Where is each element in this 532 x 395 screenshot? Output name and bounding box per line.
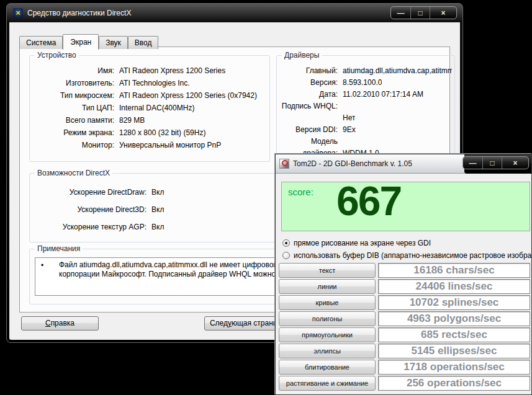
score-label: score: [288,187,313,197]
radio-label[interactable]: прямое рисование на экране через GDI [294,239,431,247]
field-value: atiumdag.dll,atiumdva.cap,atitmmxx. [343,66,452,75]
benchmark-table: текст 16186 chars/sec линии 24406 lines/… [279,263,530,391]
field-label: Ускорение Direct3D: [34,205,147,214]
field-value: Универсальный монитор PnP [119,141,221,149]
maximize-button[interactable]: □ [410,7,430,19]
tab-sound[interactable]: Звук [99,36,128,49]
field-value: 8.593.100.0 [343,78,382,87]
dxdiag-caption-buttons: — □ × [390,6,457,19]
bench-result-stretch: 256 operations/sec [378,376,530,391]
directx-icon: × [13,8,23,18]
driver-row: Версия: 8.593.100.0 [281,76,452,88]
radio-label[interactable]: использовать буфер DIB (аппаратно-незави… [294,251,532,260]
device-row: Монитор: Универсальный монитор PnP [34,139,267,151]
field-label: Всего памяти: [34,116,114,125]
tom2d-window: Tom2D - 2D GDI-Benchmark v. 1.05 — □ × s… [275,154,532,395]
field-label: Тип микросхем: [34,91,114,100]
bench-result-lines: 24406 lines/sec [378,279,530,294]
score-value: 667 [336,177,401,224]
score-panel: score: 667 [281,182,530,231]
device-row: Тип ЦАП: Internal DAC(400MHz) [34,102,267,114]
bench-button-stretch[interactable]: растягивание и сжимание [279,376,376,391]
field-label: Версия: [281,78,338,87]
field-label: Главный: [281,66,338,75]
field-value: 829 MB [119,116,145,125]
field-label: Монитор: [34,141,114,149]
radio-button-icon[interactable] [282,252,290,259]
device-row: Тип микросхем: ATI Radeon Xpress 1200 Se… [34,89,267,102]
field-value: 11.02.2010 07:17:14 AM [343,90,423,99]
maximize-button[interactable]: □ [482,157,502,169]
bullet-icon: • [41,261,43,270]
device-group-title: Устройство [35,51,79,60]
minimize-button[interactable]: — [463,157,482,169]
bench-result-polygons: 4963 polygons/sec [378,311,530,326]
field-label: Модель [281,137,338,146]
device-row: Всего памяти: 829 MB [34,114,267,126]
field-label: Версия DDI: [281,125,338,134]
field-value: Нет [343,113,355,122]
field-value: ATI Radeon Xpress 1200 Series (0x7942) [119,91,257,100]
field-value: Вкл [151,223,164,231]
bench-button-text[interactable]: текст [279,263,376,278]
drivers-groupbox: Драйверы Главный: atiumdag.dll,atiumdva.… [276,55,455,162]
dxdiag-window-title: Средство диагностики DirectX [27,9,131,17]
field-value: 9Ex [343,125,356,134]
bench-result-text: 16186 chars/sec [378,263,530,278]
field-value: ATI Radeon Xpress 1200 Series [119,66,225,75]
field-label: Ускорение текстур AGP: [34,223,147,231]
field-value: Вкл [151,205,164,214]
bench-result-splines: 10702 splines/sec [378,295,530,310]
device-row: Изготовитель: ATI Technologies Inc. [34,77,267,89]
driver-row: Нет [281,112,452,123]
radio-button-icon[interactable] [282,239,290,247]
tab-system[interactable]: Система [19,36,63,49]
driver-row: Версия DDI: 9Ex [281,123,452,135]
bench-button-polygons[interactable]: полигоны [279,311,376,326]
radio-dib-buffer[interactable]: использовать буфер DIB (аппаратно-незави… [282,251,532,260]
bench-button-blitting[interactable]: блитирование [279,360,376,375]
field-label: Изготовитель: [34,79,114,87]
tab-strip: Система Экран Звук Ввод [19,33,158,49]
tom2d-app-icon [279,159,289,169]
help-button[interactable]: Справка [21,316,99,331]
device-row: Режим экрана: 1280 x 800 (32 bit) (59Hz) [34,126,267,139]
tab-display[interactable]: Экран [63,34,99,50]
drivers-group-title: Драйверы [282,51,322,60]
notes-group-title: Примечания [35,244,83,253]
radio-gdi-direct[interactable]: прямое рисование на экране через GDI [282,238,431,248]
driver-row: Главный: atiumdag.dll,atiumdva.cap,atitm… [281,64,452,76]
field-value: ATI Technologies Inc. [119,79,190,87]
field-value: 1280 x 800 (32 bit) (59Hz) [119,128,205,137]
field-label: Режим экрана: [34,128,114,137]
close-button[interactable]: × [430,7,456,19]
tom2d-caption-buttons: — □ × [462,156,529,169]
device-row: Имя: ATI Radeon Xpress 1200 Series [34,64,267,77]
driver-row: Дата: 11.02.2010 07:17:14 AM [281,88,452,100]
close-button[interactable]: × [502,157,528,169]
field-value: Internal DAC(400MHz) [119,104,194,112]
bench-result-ellipses: 5145 ellipses/sec [378,344,530,358]
tab-input[interactable]: Ввод [128,36,159,49]
bench-button-rects[interactable]: прямоугольники [279,327,376,342]
field-label: Дата: [281,90,338,99]
field-label: Тип ЦАП: [34,104,114,112]
bench-button-ellipses[interactable]: эллипсы [279,344,376,358]
minimize-button[interactable]: — [391,7,410,19]
bench-result-rects: 685 rects/sec [378,327,530,342]
driver-row: Модель [281,135,452,147]
note-text: Файл atiumdag.dll,atiumdva.cap,atitmmxx.… [59,260,308,269]
field-label: Ускорение DirectDraw: [34,188,147,197]
features-group-title: Возможности DirectX [35,169,112,177]
device-groupbox: Устройство Имя: ATI Radeon Xpress 1200 S… [29,55,270,162]
bench-button-lines[interactable]: линии [279,279,376,294]
bench-button-splines[interactable]: кривые [279,295,376,310]
field-label: Имя: [34,66,114,75]
field-label: Подпись WHQL: [281,102,338,110]
field-value: Вкл [151,188,164,197]
driver-row: Подпись WHQL: [281,100,452,112]
bench-result-blitting: 1718 operations/sec [378,360,530,375]
tom2d-window-title: Tom2D - 2D GDI-Benchmark v. 1.05 [293,159,412,168]
